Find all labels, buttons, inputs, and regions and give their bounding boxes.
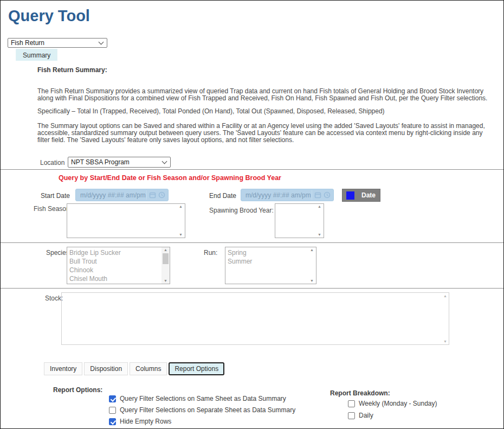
fish-season-label: Fish Season:: [34, 205, 72, 213]
query-type-select[interactable]: Fish Return: [8, 38, 107, 48]
section-divider: [1, 242, 503, 243]
tab-summary-label: Summary: [23, 52, 50, 59]
start-date-placeholder: m/d/yyyy ##:## am/pm: [76, 191, 146, 199]
end-date-label: End Date: [209, 192, 236, 200]
list-item[interactable]: Chisel Mouth: [69, 274, 161, 283]
calendar-icon[interactable]: [149, 191, 156, 199]
section-divider: [1, 169, 503, 170]
checkbox-separate-sheet[interactable]: [109, 407, 116, 414]
query-tool-page: Query Tool Fish Return Summary Fish Retu…: [0, 0, 504, 429]
list-item[interactable]: Chinook: [69, 266, 161, 274]
page-title: Query Tool: [8, 7, 90, 25]
query-type-value: Fish Return: [11, 39, 44, 47]
scrollbar[interactable]: ▲ ▼: [308, 247, 316, 284]
date-button-label: Date: [361, 191, 376, 199]
list-item[interactable]: Bull Trout: [69, 257, 161, 266]
scroll-down-icon[interactable]: ▼: [318, 233, 321, 237]
scroll-up-icon[interactable]: ▲: [318, 204, 321, 209]
report-breakdown-heading: Report Breakdown:: [330, 389, 390, 397]
location-label: Location: [40, 159, 64, 167]
list-item[interactable]: Bridge Lip Sucker: [69, 248, 161, 257]
scrollbar[interactable]: ▲ ▼: [315, 204, 324, 238]
checkbox-label: Weekly (Monday - Sunday): [359, 400, 437, 407]
summary-heading: Fish Return Summary:: [37, 67, 496, 74]
summary-paragraph-2: Specifically – Total In (Trapped, Receiv…: [37, 108, 496, 115]
run-listbox[interactable]: Spring Summer ▲ ▼: [225, 247, 316, 284]
fish-season-listbox[interactable]: ▲ ▼: [67, 203, 185, 238]
stock-label: Stock:: [45, 294, 63, 302]
scroll-down-icon[interactable]: ▼: [310, 279, 314, 283]
checkbox-row: Query Filter Selections on Separate Shee…: [109, 406, 295, 414]
start-date-input[interactable]: m/d/yyyy ##:## am/pm: [75, 189, 169, 201]
clock-icon[interactable]: [324, 191, 331, 199]
date-button-blue-square-icon: [346, 191, 354, 200]
summary-paragraph-3: The Summary layout options can be Saved …: [37, 123, 496, 143]
scrollbar[interactable]: ▲ ▼: [161, 247, 170, 284]
scroll-down-icon[interactable]: ▼: [443, 340, 447, 343]
checkbox-same-sheet[interactable]: [109, 395, 116, 402]
bottom-tab-bar: Inventory Disposition Columns Report Opt…: [44, 362, 224, 375]
scroll-down-icon[interactable]: ▼: [179, 233, 183, 237]
tab-summary[interactable]: Summary: [16, 49, 57, 61]
start-date-label: Start Date: [41, 192, 70, 200]
list-item[interactable]: Summer: [228, 257, 308, 266]
query-notice: Query by Start/End Date or Fish Season a…: [59, 174, 281, 182]
stock-textarea[interactable]: ▲ ▼: [61, 292, 449, 345]
checkbox-label: Query Filter Selections on Same Sheet as…: [120, 395, 286, 402]
summary-paragraph-1: The Fish Return Summary provides a summa…: [37, 88, 496, 102]
scroll-up-icon[interactable]: ▲: [443, 294, 447, 298]
scrollbar[interactable]: ▲ ▼: [177, 204, 185, 238]
end-date-placeholder: m/d/yyyy ##:## am/pm: [241, 191, 312, 199]
scroll-up-icon[interactable]: ▲: [164, 248, 167, 252]
checkbox-label: Hide Empty Rows: [120, 418, 171, 425]
spawning-brood-year-label: Spawning Brood Year:: [209, 207, 274, 214]
scrollbar-thumb[interactable]: [163, 253, 169, 264]
checkbox-row: Query Filter Selections on Same Sheet as…: [109, 395, 286, 402]
chevron-down-icon: [99, 40, 104, 45]
checkbox-label: Daily: [359, 412, 373, 419]
run-label: Run:: [204, 249, 217, 257]
tab-report-options[interactable]: Report Options: [169, 362, 224, 375]
date-button[interactable]: Date: [342, 189, 380, 202]
checkbox-daily[interactable]: [348, 412, 355, 419]
checkbox-weekly[interactable]: [348, 400, 355, 407]
location-value: NPT SBSA Program: [71, 158, 130, 166]
summary-description: Fish Return Summary: The Fish Return Sum…: [37, 67, 496, 150]
section-divider: [1, 288, 503, 289]
end-date-input[interactable]: m/d/yyyy ##:## am/pm: [241, 189, 334, 201]
spawning-brood-year-listbox[interactable]: ▲ ▼: [275, 203, 324, 238]
tab-columns[interactable]: Columns: [130, 362, 167, 375]
scroll-down-icon[interactable]: ▼: [164, 279, 167, 283]
tab-inventory[interactable]: Inventory: [44, 362, 82, 375]
clock-icon[interactable]: [158, 191, 165, 199]
scroll-up-icon[interactable]: ▲: [179, 204, 183, 209]
report-options-heading: Report Options:: [53, 386, 102, 394]
tab-disposition[interactable]: Disposition: [84, 362, 128, 375]
list-item[interactable]: Spring: [228, 248, 308, 257]
checkbox-row: Daily: [348, 412, 373, 419]
checkbox-label: Query Filter Selections on Separate Shee…: [120, 406, 295, 414]
calendar-icon[interactable]: [314, 191, 321, 199]
checkbox-row: Hide Empty Rows: [109, 418, 171, 425]
scroll-up-icon[interactable]: ▲: [310, 248, 314, 252]
checkbox-row: Weekly (Monday - Sunday): [348, 400, 437, 407]
checkbox-hide-empty-rows[interactable]: [109, 418, 116, 425]
species-listbox[interactable]: Bridge Lip Sucker Bull Trout Chinook Chi…: [67, 247, 170, 284]
location-select[interactable]: NPT SBSA Program: [68, 157, 171, 168]
chevron-down-icon: [162, 159, 167, 164]
